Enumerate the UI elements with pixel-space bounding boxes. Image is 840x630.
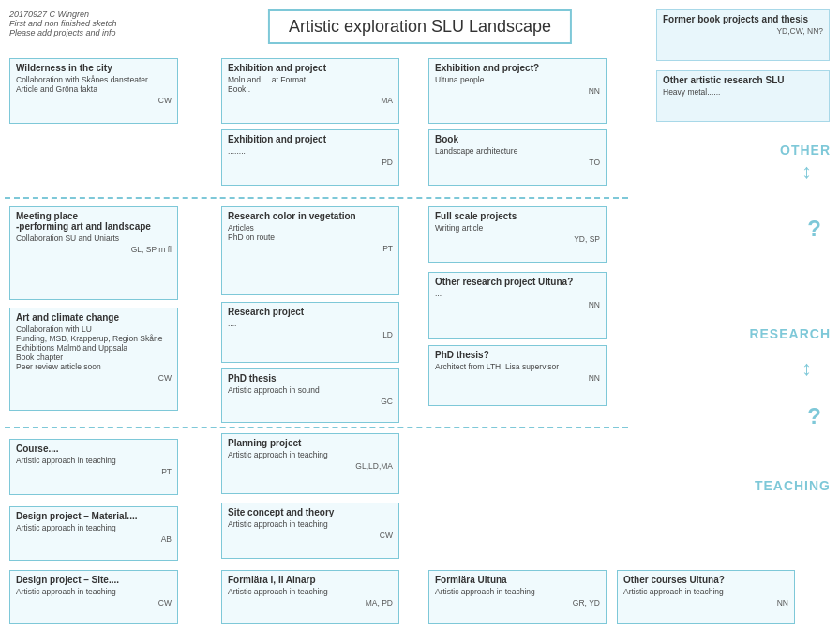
card-formlara-alnarp: Formlära I, II Alnarp Artistic approach … [221,570,399,624]
question-mark-2: ? [807,403,821,429]
card-exhibition1: Exhibition and project Moln and.....at F… [221,58,399,124]
card-art-climate: Art and climate change Collaboration wit… [9,308,178,411]
card-phd-thesis1: PhD thesis Artistic approach in sound GC [221,368,399,423]
card-other-research: Other research project Ultuna? ... NN [428,272,607,339]
section-other: OTHER [780,142,831,158]
card-other-courses: Other courses Ultuna? Artistic approach … [617,570,795,624]
card-wilderness: Wilderness in the city Collaboration wit… [9,58,178,124]
card-design-material: Design project – Material.... Artistic a… [9,506,178,561]
card-full-scale: Full scale projects Writing article YD, … [428,206,607,262]
question-mark-1: ? [807,216,821,242]
card-formlara-ultuna: Formlära Ultuna Artistic approach in tea… [428,570,607,624]
card-course: Course.... Artistic approach in teaching… [9,439,178,495]
card-exhibition2: Exhibition and project? Ultuna people NN [428,58,607,124]
card-book-arch: Book Landscape architecture TO [428,129,607,186]
section-teaching: TEACHING [755,478,831,493]
card-exhibition3: Exhibition and project ........ PD [221,129,399,186]
card-research-color: Research color in vegetation ArticlesPhD… [221,206,399,295]
sketch-note: 20170927 C Wingren First and non finishe… [9,9,117,38]
card-design-site: Design project – Site.... Artistic appro… [9,570,178,624]
card-former-book: Former book projects and thesis YD,CW, N… [656,9,830,61]
dashed-line-1 [5,197,628,199]
page-title: Artistic exploration SLU Landscape [268,9,572,44]
card-meeting-place: Meeting place-performing art and landsca… [9,206,178,300]
section-research: RESEARCH [749,326,831,341]
card-site-concept: Site concept and theory Artistic approac… [221,502,399,559]
card-research-project: Research project .... LD [221,302,399,363]
card-other-artistic: Other artistic research SLU Heavy metal.… [656,70,830,122]
card-planning-project: Planning project Artistic approach in te… [221,433,399,494]
card-phd-thesis2: PhD thesis? Architect from LTH, Lisa sup… [428,345,607,406]
dashed-line-2 [5,427,628,428]
